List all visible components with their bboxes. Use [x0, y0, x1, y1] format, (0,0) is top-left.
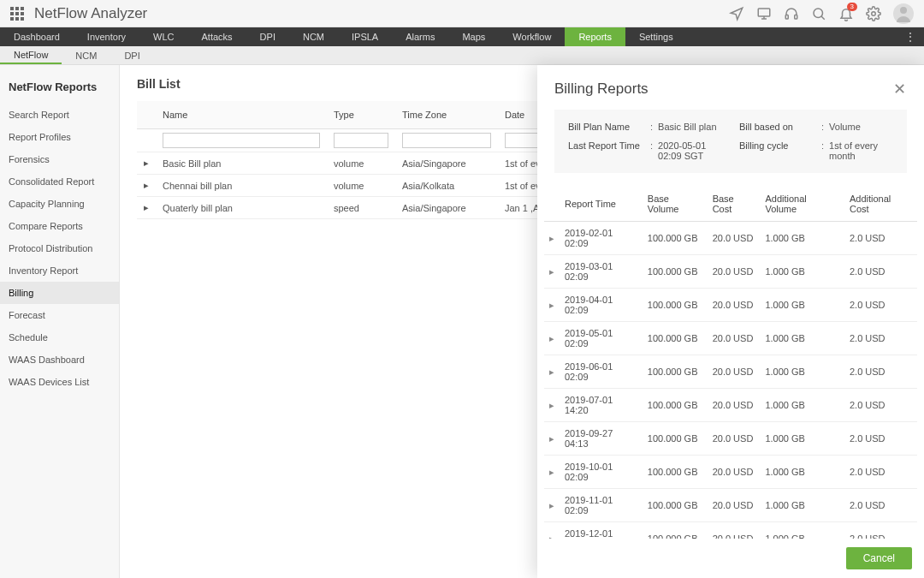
- kebab-icon[interactable]: ⋮: [897, 27, 924, 46]
- cell-name: Quaterly bill plan: [156, 197, 327, 219]
- cell-addvol: 1.000 GB: [760, 255, 844, 289]
- nav-settings[interactable]: Settings: [625, 27, 687, 46]
- table-row[interactable]: ▸ 2019-04-01 02:09 100.000 GB 20.0 USD 1…: [544, 289, 917, 322]
- expand-icon[interactable]: ▸: [544, 355, 560, 389]
- nav-inventory[interactable]: Inventory: [74, 27, 139, 46]
- cell-time: 2019-02-01 02:09: [560, 222, 643, 255]
- table-row[interactable]: ▸ 2019-06-01 02:09 100.000 GB 20.0 USD 1…: [544, 355, 917, 389]
- cell-basecost: 20.0 USD: [708, 422, 761, 456]
- expand-icon[interactable]: ▸: [137, 152, 156, 175]
- sidebar-item-forensics[interactable]: Forensics: [0, 148, 119, 170]
- rcol-addcost[interactable]: Additional Cost: [844, 187, 917, 222]
- cell-time: 2019-10-01 02:09: [560, 456, 643, 489]
- expand-icon[interactable]: ▸: [544, 289, 560, 322]
- cell-addcost: 2.0 USD: [844, 289, 917, 322]
- expand-icon[interactable]: ▸: [544, 422, 560, 456]
- table-row[interactable]: ▸ 2019-02-01 02:09 100.000 GB 20.0 USD 1…: [544, 222, 917, 255]
- nav-dpi[interactable]: DPI: [246, 27, 289, 46]
- filter-tz[interactable]: [402, 133, 491, 148]
- cell-tz: Asia/Singapore: [395, 152, 498, 175]
- cell-time: 2019-11-01 02:09: [560, 489, 643, 522]
- sidebar-item-waas-dash[interactable]: WAAS Dashboard: [0, 349, 119, 371]
- sidebar-item-report-profiles[interactable]: Report Profiles: [0, 126, 119, 148]
- sidebar-item-inventory[interactable]: Inventory Report: [0, 259, 119, 282]
- rcol-addvol[interactable]: Additional Volume: [760, 187, 844, 222]
- sidebar-item-capacity[interactable]: Capacity Planning: [0, 193, 119, 215]
- nav-dashboard[interactable]: Dashboard: [0, 27, 74, 46]
- nav-ipsla[interactable]: IPSLA: [338, 27, 392, 46]
- cell-tz: Asia/Kolkata: [395, 175, 498, 197]
- cell-type: speed: [327, 197, 395, 219]
- sidebar-item-waas-devices[interactable]: WAAS Devices List: [0, 371, 119, 393]
- table-row[interactable]: ▸ 2019-12-01 02:09 100.000 GB 20.0 USD 1…: [544, 522, 917, 539]
- rcol-basecost[interactable]: Base Cost: [708, 187, 761, 222]
- table-row[interactable]: ▸ 2019-11-01 02:09 100.000 GB 20.0 USD 1…: [544, 489, 917, 522]
- subnav-ncm[interactable]: NCM: [62, 46, 110, 64]
- nav-alarms[interactable]: Alarms: [392, 27, 448, 46]
- sidebar-item-protocol[interactable]: Protocol Distribution: [0, 237, 119, 259]
- cancel-button[interactable]: Cancel: [846, 547, 912, 569]
- gear-icon[interactable]: [866, 6, 881, 21]
- table-row[interactable]: ▸ 2019-09-27 04:13 100.000 GB 20.0 USD 1…: [544, 422, 917, 456]
- last-label: Last Report Time: [568, 140, 650, 161]
- nav-wlc[interactable]: WLC: [139, 27, 187, 46]
- cell-type: volume: [327, 152, 395, 175]
- headset-icon[interactable]: [784, 6, 799, 21]
- cell-time: 2019-12-01 02:09: [560, 522, 643, 539]
- sidebar-item-schedule[interactable]: Schedule: [0, 326, 119, 349]
- expand-icon[interactable]: ▸: [137, 197, 156, 219]
- rcol-time[interactable]: Report Time: [560, 187, 643, 222]
- nav-maps[interactable]: Maps: [448, 27, 499, 46]
- filter-name[interactable]: [163, 133, 320, 148]
- cycle-label: Billing cycle: [739, 140, 821, 161]
- expand-icon[interactable]: ▸: [544, 489, 560, 522]
- navigate-icon[interactable]: [729, 6, 744, 21]
- expand-icon[interactable]: ▸: [137, 175, 156, 197]
- avatar[interactable]: [893, 3, 914, 24]
- nav-reports[interactable]: Reports: [565, 27, 625, 46]
- cell-addcost: 2.0 USD: [844, 255, 917, 289]
- cell-basecost: 20.0 USD: [708, 322, 761, 355]
- monitor-icon[interactable]: [756, 6, 772, 21]
- billing-reports-panel: Billing Reports ✕ Bill Plan Name:Basic B…: [537, 65, 924, 578]
- table-row[interactable]: ▸ 2019-10-01 02:09 100.000 GB 20.0 USD 1…: [544, 456, 917, 489]
- sidebar-item-billing[interactable]: Billing: [0, 282, 119, 304]
- cell-addcost: 2.0 USD: [844, 456, 917, 489]
- cell-time: 2019-03-01 02:09: [560, 255, 643, 289]
- close-icon[interactable]: ✕: [891, 81, 907, 97]
- table-row[interactable]: ▸ 2019-03-01 02:09 100.000 GB 20.0 USD 1…: [544, 255, 917, 289]
- apps-icon[interactable]: [10, 7, 24, 21]
- sidebar-item-compare[interactable]: Compare Reports: [0, 215, 119, 237]
- cell-addcost: 2.0 USD: [844, 522, 917, 539]
- cell-name: Chennai bill plan: [156, 175, 327, 197]
- cell-addcost: 2.0 USD: [844, 422, 917, 456]
- nav-attacks[interactable]: Attacks: [188, 27, 246, 46]
- search-icon[interactable]: [811, 6, 826, 21]
- expand-icon[interactable]: ▸: [544, 522, 560, 539]
- table-row[interactable]: ▸ 2019-05-01 02:09 100.000 GB 20.0 USD 1…: [544, 322, 917, 355]
- cell-addvol: 1.000 GB: [760, 456, 844, 489]
- rcol-basevol[interactable]: Base Volume: [643, 187, 708, 222]
- based-value: Volume: [829, 122, 861, 132]
- col-type[interactable]: Type: [327, 101, 395, 129]
- expand-icon[interactable]: ▸: [544, 456, 560, 489]
- subnav-dpi[interactable]: DPI: [110, 46, 153, 64]
- subnav-netflow[interactable]: NetFlow: [0, 46, 62, 64]
- col-timezone[interactable]: Time Zone: [395, 101, 498, 129]
- plan-value: Basic Bill plan: [658, 122, 716, 132]
- sidebar-item-forecast[interactable]: Forecast: [0, 304, 119, 326]
- table-row[interactable]: ▸ 2019-07-01 14:20 100.000 GB 20.0 USD 1…: [544, 389, 917, 422]
- nav-workflow[interactable]: Workflow: [499, 27, 565, 46]
- expand-icon[interactable]: ▸: [544, 255, 560, 289]
- expand-icon[interactable]: ▸: [544, 322, 560, 355]
- filter-type[interactable]: [334, 133, 388, 148]
- col-name[interactable]: Name: [156, 101, 327, 129]
- cell-addvol: 1.000 GB: [760, 322, 844, 355]
- expand-icon[interactable]: ▸: [544, 389, 560, 422]
- nav-ncm[interactable]: NCM: [289, 27, 338, 46]
- bell-icon[interactable]: 3: [838, 6, 854, 21]
- sidebar-item-search-report[interactable]: Search Report: [0, 104, 119, 126]
- app-title: NetFlow Analyzer: [34, 5, 147, 22]
- expand-icon[interactable]: ▸: [544, 222, 560, 255]
- sidebar-item-consolidated[interactable]: Consolidated Report: [0, 170, 119, 193]
